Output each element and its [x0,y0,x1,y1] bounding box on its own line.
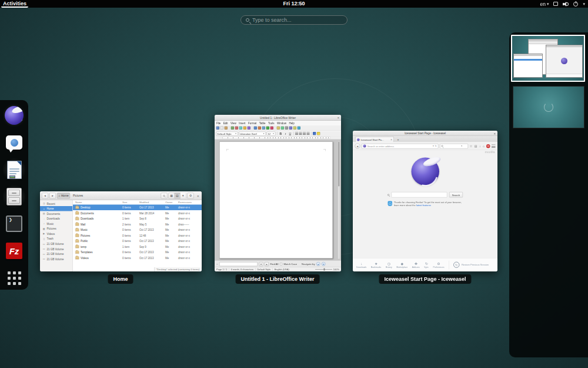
toolbar-item-marketplace[interactable]: ◆Marketplace [396,262,407,268]
word-count[interactable]: 0 words, 0 characters [231,268,253,271]
writer-toolbar-icon-21[interactable] [298,127,301,130]
writer-toolbar-icon-10[interactable] [254,127,258,130]
screen-icon[interactable] [553,2,558,6]
writer-toolbar-icon-1[interactable] [220,127,224,130]
menu-format[interactable]: Format [248,121,256,124]
align-center-button[interactable] [299,132,302,135]
list-view-button[interactable]: ▤ [174,193,180,198]
column-size[interactable]: Size [122,201,139,204]
navigate-down-button[interactable]: ▼ [322,262,326,266]
dash-item-show-applications[interactable] [3,267,25,289]
text-language[interactable]: English (USA) [275,268,289,271]
underline-button[interactable]: U [288,132,292,135]
site-identity-icon[interactable] [363,145,366,148]
document-page[interactable] [219,142,333,259]
font-size-select[interactable]: 12▼ [267,131,276,135]
downloads-icon[interactable]: ↓ [479,144,481,148]
writer-toolbar-icon-18[interactable] [285,127,289,130]
sidebar-item-21-gb-volume-1[interactable]: ▭21 GB Volume [40,241,73,247]
search-engine-input[interactable] [444,145,460,148]
file-row-desktop[interactable]: Desktop0 itemsOct 17 2013Medrwxr-xr-x [73,205,202,211]
file-row-videos[interactable]: Videos0 itemsOct 17 2013Medrwxr-xr-x [73,255,202,261]
page-count[interactable]: Page 1 / 1 [216,268,227,271]
close-window-button[interactable]: × [338,116,339,120]
start-page-search-input[interactable] [391,192,447,198]
back-button[interactable]: ◂ [42,193,48,198]
workspace-thumbnail-2[interactable] [513,86,584,128]
sidebar-item-recent[interactable]: ◷Recent [40,201,73,207]
power-icon[interactable] [573,2,578,6]
document-area[interactable] [215,140,341,261]
align-justify-button[interactable] [307,132,310,135]
bookmark-dropdown-icon[interactable]: ▾ [433,145,434,147]
bold-button[interactable]: B [279,132,283,135]
navigate-up-button[interactable]: ▲ [316,262,320,266]
writer-toolbar-icon-19[interactable] [289,127,293,130]
find-next-button[interactable]: ▲ [265,262,269,266]
menu-edit[interactable]: Edit [223,121,228,124]
align-left-button[interactable] [295,132,298,135]
toolbar-item-preferences[interactable]: ⚙Preferences [433,262,445,268]
italic-button[interactable]: I [283,132,288,135]
search-button[interactable] [161,193,167,198]
bookmark-star-icon[interactable]: ☆ [469,144,472,148]
sidebar-item-21-gb-volume-3[interactable]: ▭21 GB Volume [40,251,73,257]
forward-button[interactable]: ▸ [49,193,56,198]
vertical-scrollbar[interactable] [338,141,340,260]
close-find-button[interactable]: × [216,263,218,266]
dash-item-files[interactable] [3,185,25,208]
column-owner[interactable]: Owner [165,201,178,204]
close-tab-icon[interactable]: × [390,138,392,141]
menu-file[interactable]: File [216,121,220,124]
file-row-public[interactable]: Public0 itemsOct 17 2013Medrwxr-xr-x [73,238,202,244]
window-preview-writer[interactable]: Untitled 1 - LibreOffice Writer × FileEd… [215,115,341,271]
window-preview-files[interactable]: ◂ ▸ ⌂ Home Pictures ▦ ▤ ▾ ⚙ × ◷Recent⌂Ho… [40,191,202,271]
path-button-pictures[interactable]: Pictures [71,193,85,198]
page-style[interactable]: Default Style [257,268,270,271]
search-submit-button[interactable]: Search [449,192,463,198]
tab-iceweasel-start-page[interactable]: Iceweasel Start Pa... × [355,137,394,142]
sidebar-item-videos[interactable]: ▶Videos [40,231,73,237]
bookmarks-menu-icon[interactable]: ▤ [474,144,477,148]
find-previous-button[interactable]: ▼ [259,262,263,266]
file-list-header[interactable]: Name Size Modified Owner Permissions [73,200,202,205]
workspace-thumbnail-1-active[interactable] [511,35,585,82]
back-button[interactable]: ◂ [355,144,360,149]
grid-view-button[interactable]: ▦ [168,193,174,198]
dash-item-empathy[interactable] [3,131,25,154]
writer-toolbar-icon-14[interactable] [270,127,274,130]
overview-search-bar[interactable] [240,15,348,25]
close-window-button[interactable]: × [494,132,496,135]
path-button-home[interactable]: ⌂ Home [57,193,70,198]
writer-toolbar-icon-7[interactable] [243,127,247,130]
writer-toolbar-icon-17[interactable] [281,127,285,130]
writer-toolbar-icon-16[interactable] [277,127,280,130]
sidebar-item-21-gb-volume-4[interactable]: ▭21 GB Volume [40,257,73,262]
dash-item-terminal[interactable] [3,213,25,235]
search-input[interactable] [252,17,342,23]
writer-toolbar-icon-2[interactable] [225,127,228,130]
writer-toolbar-icon-20[interactable] [293,127,297,130]
dash-item-filezilla[interactable]: Fz [3,240,25,262]
reload-icon[interactable]: ↻ [435,145,437,147]
column-permissions[interactable]: Permissions [178,201,202,204]
menu-icon[interactable] [492,144,496,148]
file-row-temp[interactable]: temp1 itemSep 9Medrwxr-xr-x [73,244,202,250]
file-row-documents[interactable]: Documents0 itemsMar 28 2014Medrwxr-xr-x [73,210,202,216]
dash-item-iceweasel[interactable] [3,104,25,127]
new-tab-button[interactable]: + [395,137,401,142]
sidebar-item-music[interactable]: ♪Music [40,221,73,227]
sidebar-item-21-gb-volume-2[interactable]: ▭21 GB Volume [40,247,73,252]
view-options-button[interactable]: ▾ [180,193,186,198]
writer-toolbar-icon-13[interactable] [266,127,270,130]
system-status-area[interactable]: en ▾ ▾ [540,0,586,8]
menu-table[interactable]: Table [259,121,266,124]
writer-toolbar-icon-11[interactable] [258,127,262,130]
zoom-level[interactable]: 100% [333,268,339,271]
writer-toolbar-icon-6[interactable] [239,127,243,130]
volume-icon[interactable] [563,2,569,6]
file-row-mail[interactable]: Mail2 itemsMay 5Medrwx------ [73,221,202,227]
window-preview-iceweasel[interactable]: Iceweasel Start Page - Iceweasel × Icewe… [353,131,497,271]
align-right-button[interactable] [303,132,306,135]
sidebar-item-pictures[interactable]: ▦Pictures [40,226,73,231]
